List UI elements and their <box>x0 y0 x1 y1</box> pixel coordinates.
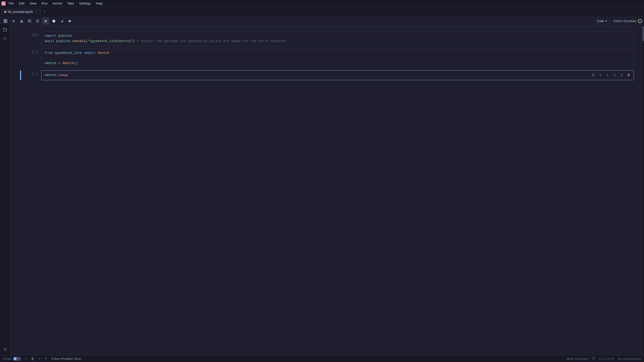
tab-label: lite_example.ipynb <box>8 10 33 14</box>
svg-marker-18 <box>606 21 607 22</box>
tabbar: lite_example.ipynb × + <box>0 7 644 16</box>
menu-help[interactable]: Help <box>93 1 105 6</box>
status-zero: 0 <box>25 357 27 360</box>
svg-marker-13 <box>45 20 47 22</box>
copy-cell-button[interactable] <box>590 72 596 78</box>
search-icon[interactable] <box>2 35 9 42</box>
menubar: J File Edit View Run Kernel Tabs Setting… <box>0 0 644 7</box>
cell-1-content[interactable]: import piplite await piplite.install("ip… <box>41 31 634 46</box>
copy-button[interactable] <box>26 18 33 25</box>
save-button[interactable] <box>2 18 9 25</box>
ln-col-text: Ln 1, Col 13 <box>599 357 614 360</box>
move-up-button[interactable] <box>597 72 603 78</box>
menu-kernel[interactable]: Kernel <box>50 1 65 6</box>
cell-type-chevron <box>605 20 608 22</box>
cell-2-prompt: [*]: <box>21 48 41 68</box>
kernel-status-text: Python (Pyodide) | Busy <box>52 357 81 360</box>
svg-marker-24 <box>599 74 601 76</box>
svg-marker-17 <box>70 20 71 22</box>
svg-rect-3 <box>5 20 6 21</box>
new-tab-button[interactable]: + <box>42 9 48 15</box>
restart-button[interactable] <box>58 18 65 25</box>
add-above-button[interactable] <box>612 72 618 78</box>
cell-3: [ ]: sketch.image <box>20 70 634 80</box>
menu-edit[interactable]: Edit <box>16 1 27 6</box>
cell-3-actions <box>590 72 632 78</box>
status-gear[interactable] <box>44 357 48 360</box>
cell-type-label: Code <box>597 19 604 23</box>
toggle-track[interactable] <box>13 357 21 361</box>
run-cell-button[interactable] <box>42 18 49 25</box>
menu-view[interactable]: View <box>27 1 39 6</box>
scroll-thumb <box>642 26 644 41</box>
svg-rect-4 <box>5 21 7 22</box>
notebook-area: [1]: import piplite await piplite.instal… <box>10 26 644 357</box>
stop-button[interactable] <box>50 18 57 25</box>
svg-rect-14 <box>53 20 55 22</box>
code-line <box>45 56 631 61</box>
cell-1-prompt: [1]: <box>21 31 41 46</box>
scrollbar[interactable] <box>642 24 644 355</box>
cut-button[interactable] <box>18 18 25 25</box>
svg-rect-23 <box>593 74 594 76</box>
svg-point-38 <box>46 358 47 359</box>
files-icon[interactable] <box>2 26 9 33</box>
svg-point-22 <box>4 348 7 351</box>
svg-marker-15 <box>62 20 63 21</box>
menu-settings[interactable]: Settings <box>76 1 93 6</box>
code-line: sketch.image <box>45 73 631 78</box>
menu-run[interactable]: Run <box>39 1 50 6</box>
menu-file[interactable]: File <box>6 1 16 6</box>
run-all-button[interactable] <box>66 18 73 25</box>
shield-icon <box>592 357 595 360</box>
cell-3-content[interactable]: sketch.image <box>41 70 634 80</box>
code-line: import piplite <box>45 33 631 39</box>
extensions-icon[interactable] <box>2 346 9 353</box>
simple-mode-toggle[interactable]: Simple <box>3 357 21 361</box>
svg-text:J: J <box>2 2 3 5</box>
code-line: await piplite.install("ipysketch_lite[ex… <box>45 39 631 44</box>
side-panel <box>0 24 10 355</box>
tab-notebook[interactable]: lite_example.ipynb × <box>1 9 41 15</box>
add-below-button[interactable] <box>619 72 625 78</box>
cell-type-select[interactable]: Code <box>594 18 610 24</box>
kernel-indicator: Python (Pyodide) <box>613 19 642 23</box>
tab-close-button[interactable]: × <box>34 10 38 14</box>
simple-mode-label: Simple <box>3 357 12 360</box>
cell-3-prompt: [ ]: <box>21 70 41 80</box>
svg-rect-11 <box>29 20 31 22</box>
svg-marker-25 <box>607 75 609 76</box>
add-cell-button[interactable] <box>10 18 17 25</box>
paste-button[interactable] <box>34 18 41 25</box>
svg-marker-16 <box>69 20 70 22</box>
cell-1: [1]: import piplite await piplite.instal… <box>20 31 634 46</box>
code-line: sketch = Sketch() <box>45 61 631 66</box>
menu-tabs[interactable]: Tabs <box>65 1 76 6</box>
code-line: from ipysketch_lite import Sketch <box>45 51 631 56</box>
delete-cell-button[interactable] <box>626 72 632 78</box>
svg-line-20 <box>5 39 7 40</box>
cell-2-content[interactable]: from ipysketch_lite import Sketch sketch… <box>41 48 634 68</box>
toolbar: Code Python (Pyodide) <box>0 16 644 26</box>
svg-point-19 <box>4 37 6 39</box>
status-two: 2 <box>39 357 40 360</box>
move-down-button[interactable] <box>605 72 611 78</box>
statusbar: Simple 0 $ 2 Python (Pyodide) | Busy Mod… <box>0 355 644 362</box>
toggle-thumb <box>14 357 17 360</box>
kernel-circle <box>638 19 642 23</box>
svg-rect-12 <box>36 20 38 22</box>
status-dollar[interactable]: $ <box>31 357 35 360</box>
mode-command-text: Mode: Command <box>567 357 588 360</box>
app-icon: J <box>1 1 6 6</box>
svg-point-21 <box>4 349 6 350</box>
kernel-name: Python (Pyodide) <box>613 19 636 23</box>
cell-2: [*]: from ipysketch_lite import Sketch s… <box>20 48 634 68</box>
status-right: Mode: Command Ln 1, Col 13 lite_example.… <box>567 357 641 360</box>
tab-modified-dot <box>4 11 6 13</box>
filename-status: lite_example.ipynb <box>618 357 641 360</box>
